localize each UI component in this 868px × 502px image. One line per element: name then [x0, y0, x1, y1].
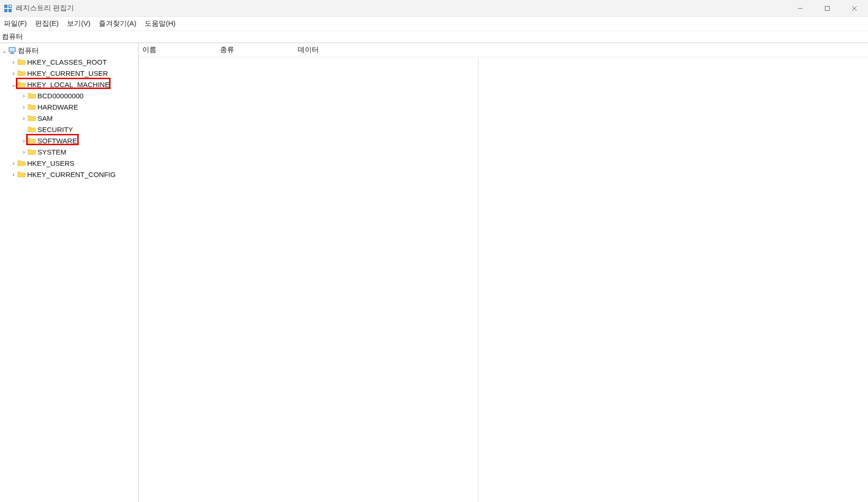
tree-item-hkey-current-config[interactable]: ›HKEY_CURRENT_CONFIG: [0, 169, 138, 180]
address-text: 컴퓨터: [2, 32, 23, 41]
folder-icon: [17, 160, 26, 166]
expander-icon[interactable]: ›: [21, 92, 27, 99]
menu-help[interactable]: 도움말(H): [145, 19, 176, 28]
tree-label: SOFTWARE: [37, 137, 77, 145]
tree-item-hkey-classes-root[interactable]: ›HKEY_CLASSES_ROOT: [0, 56, 138, 67]
tree-label: SECURITY: [37, 126, 73, 133]
tree-label: SYSTEM: [37, 148, 66, 156]
minimize-button[interactable]: [787, 0, 814, 17]
svg-rect-11: [11, 52, 14, 53]
svg-rect-2: [4, 9, 7, 12]
expander-icon[interactable]: ›: [10, 160, 17, 167]
list-header: 이름 종류 데이터: [139, 43, 868, 57]
list-panel: 이름 종류 데이터: [139, 43, 868, 502]
svg-point-4: [9, 5, 11, 7]
svg-rect-0: [4, 5, 7, 8]
svg-rect-12: [10, 53, 15, 54]
tree-label: HKEY_USERS: [27, 159, 74, 167]
content: ⌄컴퓨터›HKEY_CLASSES_ROOT›HKEY_CURRENT_USER…: [0, 43, 868, 502]
computer-icon: [7, 47, 17, 54]
expander-icon[interactable]: ›: [21, 137, 27, 144]
menu-file[interactable]: 파일(F): [4, 19, 27, 28]
folder-icon: [17, 171, 26, 177]
expander-icon[interactable]: ›: [10, 70, 17, 77]
svg-rect-3: [8, 9, 12, 12]
svg-rect-10: [9, 48, 15, 52]
folder-icon: [27, 137, 37, 144]
tree-item-bcd00000000[interactable]: ›BCD00000000: [0, 90, 138, 101]
tree-item-hkey-users[interactable]: ›HKEY_USERS: [0, 157, 138, 169]
folder-icon: [17, 59, 26, 65]
tree-label: HKEY_CURRENT_CONFIG: [27, 170, 116, 178]
address-bar[interactable]: 컴퓨터: [0, 31, 868, 43]
tree-label: SAM: [37, 114, 53, 122]
expander-icon[interactable]: ›: [10, 171, 17, 178]
tree-item-security[interactable]: SECURITY: [0, 124, 138, 135]
tree-label: HKEY_LOCAL_MACHINE: [27, 81, 110, 89]
expander-icon[interactable]: ›: [21, 115, 27, 122]
tree-label: 컴퓨터: [18, 46, 39, 55]
maximize-button[interactable]: [814, 0, 841, 17]
window-controls: [787, 0, 868, 17]
list-body: [139, 57, 478, 502]
titlebar: 레지스트리 편집기: [0, 0, 868, 17]
tree-item-hardware[interactable]: ›HARDWARE: [0, 101, 138, 112]
folder-icon: [27, 148, 37, 155]
column-header-type[interactable]: 종류: [216, 45, 294, 54]
tree-item-sam[interactable]: ›SAM: [0, 112, 138, 124]
menu-favorites[interactable]: 즐겨찾기(A): [99, 19, 136, 28]
regedit-icon: [4, 4, 12, 13]
folder-icon: [17, 81, 26, 88]
tree-item-system[interactable]: ›SYSTEM: [0, 146, 138, 157]
tree-root-computer[interactable]: ⌄컴퓨터: [0, 45, 138, 56]
expander-icon[interactable]: ⌄: [10, 81, 17, 88]
tree-item-hkey-current-user[interactable]: ›HKEY_CURRENT_USER: [0, 67, 138, 79]
tree-item-software[interactable]: ›SOFTWARE: [0, 135, 138, 146]
tree-item-hkey-local-machine[interactable]: ⌄HKEY_LOCAL_MACHINE: [0, 79, 138, 90]
tree-label: HARDWARE: [37, 103, 78, 111]
expander-icon[interactable]: ›: [21, 148, 27, 155]
expander-icon[interactable]: ⌄: [1, 47, 7, 54]
folder-icon: [27, 92, 37, 99]
menu-view[interactable]: 보기(V): [67, 19, 90, 28]
column-header-data[interactable]: 데이터: [294, 45, 477, 54]
folder-icon: [27, 115, 37, 121]
svg-rect-6: [825, 6, 830, 10]
tree-label: HKEY_CLASSES_ROOT: [27, 58, 107, 66]
expander-icon[interactable]: ›: [21, 103, 27, 111]
tree-label: HKEY_CURRENT_USER: [27, 69, 108, 77]
folder-icon: [27, 103, 37, 110]
tree-label: BCD00000000: [37, 92, 83, 100]
menu-edit[interactable]: 편집(E): [35, 19, 59, 28]
close-button[interactable]: [841, 0, 868, 17]
expander-icon[interactable]: ›: [10, 59, 17, 66]
folder-icon: [17, 70, 26, 76]
tree-panel: ⌄컴퓨터›HKEY_CLASSES_ROOT›HKEY_CURRENT_USER…: [0, 43, 139, 502]
window-title: 레지스트리 편집기: [16, 4, 74, 13]
column-header-name[interactable]: 이름: [139, 45, 216, 54]
menubar: 파일(F) 편집(E) 보기(V) 즐겨찾기(A) 도움말(H): [0, 17, 868, 31]
folder-icon: [27, 126, 37, 133]
